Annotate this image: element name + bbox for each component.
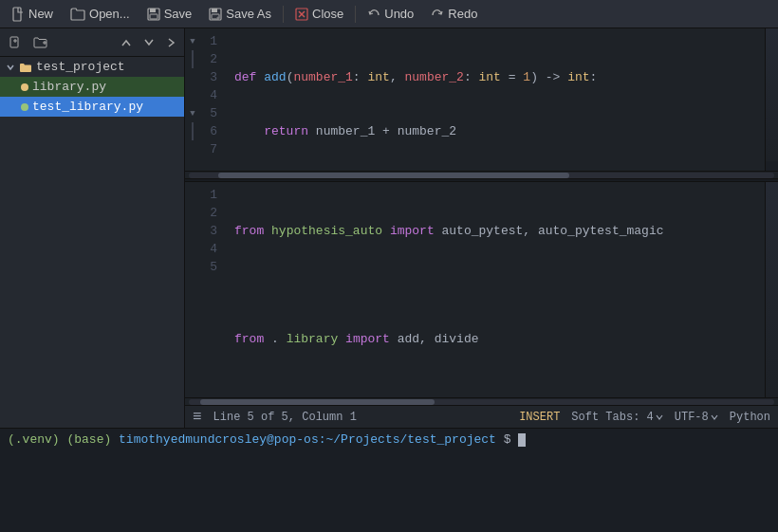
- fold-bar-b3: [185, 222, 200, 240]
- toolbar-separator-2: [355, 6, 356, 23]
- folder-item-test-project[interactable]: test_project: [0, 57, 184, 77]
- redo-icon: [431, 8, 444, 21]
- h-scrollbar-bottom[interactable]: [185, 397, 778, 405]
- terminal-cursor: [518, 433, 526, 447]
- fold-bar-5: [185, 140, 200, 158]
- new-folder-sidebar-button[interactable]: [28, 33, 53, 51]
- fold-bar-2: [185, 68, 200, 86]
- language-label: Python: [730, 411, 770, 424]
- sidebar: test_project library.py test_library.py: [0, 28, 185, 428]
- fold-col-top: ▼ ▼: [185, 28, 200, 171]
- nav-right-button[interactable]: [161, 34, 180, 51]
- save-as-button[interactable]: + Save As: [201, 2, 279, 27]
- undo-icon: [367, 8, 380, 21]
- save-icon: [147, 8, 160, 21]
- code-content-bottom[interactable]: from hypothesis_auto import auto_pytest,…: [227, 182, 765, 397]
- file-dot-icon: [21, 83, 28, 91]
- save-button[interactable]: Save: [139, 2, 200, 27]
- fold-bar-b1: [185, 186, 200, 204]
- fold-bar-3: [185, 86, 200, 104]
- fold-bar-b4: [185, 240, 200, 258]
- file-new-icon: [11, 7, 25, 22]
- editor-mode: INSERT: [519, 411, 560, 424]
- new-file-sidebar-button[interactable]: [4, 33, 27, 52]
- undo-button[interactable]: Undo: [360, 2, 421, 27]
- fold-bar-1: [185, 50, 200, 68]
- chevron-down-icon: [143, 38, 155, 47]
- status-bar: ≡ Line 5 of 5, Column 1 INSERT Soft Tabs…: [185, 405, 778, 428]
- close-button[interactable]: Close: [287, 2, 351, 27]
- close-toolbar-icon: [295, 8, 308, 21]
- fold-bar-b2: [185, 204, 200, 222]
- save-as-icon: +: [209, 8, 222, 21]
- sidebar-toolbar: [0, 28, 184, 57]
- chevron-down-folder-icon: [6, 63, 15, 72]
- folder-icon: [19, 62, 32, 73]
- encoding-dropdown[interactable]: UTF-8: [675, 411, 718, 424]
- fold-bar-4: [185, 122, 200, 140]
- bottom-code-panel[interactable]: 1 2 3 4 5 from hypothesis_auto import au…: [185, 182, 778, 397]
- chevron-up-icon: [120, 38, 132, 47]
- h-scrollbar-top[interactable]: [185, 171, 778, 178]
- svg-rect-0: [13, 8, 21, 21]
- line-numbers-bottom: 1 2 3 4 5: [200, 182, 227, 397]
- chevron-right-icon: [166, 37, 176, 48]
- new-file-icon: [9, 36, 22, 49]
- open-button[interactable]: Open...: [63, 2, 138, 27]
- fold-col-bottom: [185, 182, 200, 397]
- toolbar: New Open... Save + Save As: [0, 0, 778, 28]
- chevron-down-encoding-icon: [711, 413, 718, 421]
- redo-button[interactable]: Redo: [423, 2, 485, 27]
- folder-open-icon: [70, 8, 85, 21]
- nav-up-button[interactable]: [116, 35, 137, 50]
- svg-rect-2: [150, 9, 156, 12]
- code-content-top[interactable]: def add(number_1: int, number_2: int = 1…: [227, 28, 765, 171]
- cursor-position: Line 5 of 5, Column 1: [213, 411, 357, 424]
- terminal-line: (.venv) (base) timothyedmundcrosley@pop-…: [8, 432, 770, 447]
- minimap-bottom: [765, 182, 778, 397]
- main-area: test_project library.py test_library.py …: [0, 28, 778, 428]
- new-button[interactable]: New: [4, 2, 61, 27]
- new-folder-icon: [33, 36, 48, 48]
- fold-bar-b5: [185, 258, 200, 276]
- svg-rect-5: [212, 9, 217, 12]
- terminal[interactable]: (.venv) (base) timothyedmundcrosley@pop-…: [0, 428, 778, 532]
- fold-arrow-2[interactable]: ▼: [185, 104, 200, 122]
- indent-icon: ≡: [193, 409, 202, 426]
- minimap-top: [765, 28, 778, 171]
- top-code-panel[interactable]: ▼ ▼ 1 2 3 4 5 6 7 def add(number_1: int,: [185, 28, 778, 171]
- svg-text:+: +: [216, 14, 219, 20]
- sidebar-item-library-py[interactable]: library.py: [0, 77, 184, 97]
- svg-rect-3: [150, 14, 157, 19]
- fold-arrow-1[interactable]: ▼: [185, 32, 200, 50]
- file-dot-active-icon: [21, 103, 28, 111]
- chevron-down-tabs-icon: [656, 413, 663, 421]
- toolbar-separator: [283, 6, 284, 23]
- svg-rect-11: [10, 37, 18, 47]
- sidebar-item-test-library-py[interactable]: test_library.py: [0, 97, 184, 117]
- nav-down-button[interactable]: [139, 35, 159, 50]
- line-numbers-top: 1 2 3 4 5 6 7: [200, 28, 227, 171]
- editor-area: ▼ ▼ 1 2 3 4 5 6 7 def add(number_1: int,: [185, 28, 778, 428]
- soft-tabs-dropdown[interactable]: Soft Tabs: 4: [571, 411, 662, 424]
